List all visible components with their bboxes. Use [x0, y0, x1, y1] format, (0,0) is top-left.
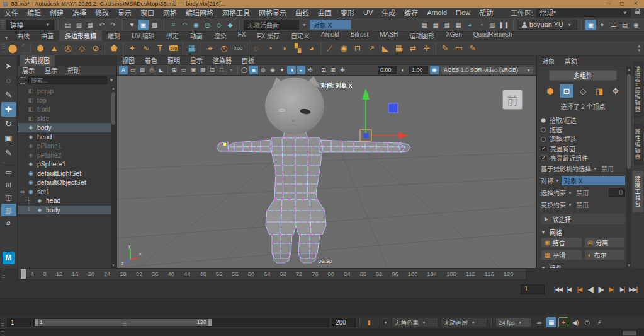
layout-two-pane[interactable]: ◫ [1, 191, 16, 204]
selected-camera-attributes-icon[interactable]: A [119, 66, 128, 74]
zero-transforms-icon[interactable]: 0.00 [232, 42, 244, 55]
view-transform-icon[interactable]: ◉ [430, 66, 439, 74]
edge-mode-button[interactable]: ◇ [576, 84, 590, 98]
outliner-item-set1[interactable]: ⊟◉set1 [18, 187, 116, 197]
shelf-tab-10[interactable]: 自定义 [285, 30, 315, 41]
command-line-toggle[interactable] [623, 331, 636, 335]
textured-mode-icon[interactable]: ◍ [259, 66, 268, 74]
expander-icon[interactable]: ⊟ [20, 188, 26, 194]
menubar-item-1[interactable]: 编辑 [23, 8, 45, 18]
close-button[interactable]: ✕ [633, 1, 638, 7]
make-live-icon[interactable]: ◆ [225, 20, 235, 30]
menubar-item-5[interactable]: 显示 [113, 8, 136, 18]
outliner-item-pSphere1[interactable]: ◈pSphere1 [18, 159, 116, 169]
layout-outliner-persp[interactable]: ▥ [1, 204, 16, 216]
shelf-tab-13[interactable]: MASH [374, 30, 404, 41]
shelf-tab-8[interactable]: FX [232, 30, 252, 41]
layout-four-pane[interactable]: ⊞ [1, 178, 16, 191]
motion-blur-icon[interactable]: ✣ [306, 66, 315, 74]
separate-icon[interactable]: ◔ [264, 42, 276, 55]
snap-to-projected-center-icon[interactable]: ◎ [202, 20, 213, 30]
manipulator-center-handle[interactable] [363, 133, 368, 138]
target-weld-icon[interactable]: ◉ [337, 42, 350, 55]
outliner-item-pPlane1[interactable]: ◈pPlane1 [18, 141, 116, 151]
safe-action-icon[interactable]: □ [217, 66, 226, 74]
auto-keyframe-icon[interactable]: ✦ [558, 317, 568, 327]
joint-xray-icon[interactable]: ✚ [338, 66, 347, 74]
step-back-key-button[interactable]: |◀ [575, 284, 584, 294]
shelf-tab-11[interactable]: Arnold [315, 30, 345, 41]
platonic-solid-icon[interactable]: ⬟ [108, 42, 120, 55]
camera-settings-icon[interactable]: ▭ [128, 66, 137, 74]
sidebar-tab-0[interactable]: 通道盒/层编辑器 [633, 61, 643, 118]
range-slider-track[interactable]: 1 120 [33, 318, 329, 327]
shadows-toggle-icon[interactable]: ◑ [287, 66, 296, 74]
crease-tool-icon[interactable]: ✎ [439, 42, 451, 55]
select-by-component-icon[interactable]: ▩ [149, 20, 160, 30]
viewport-menu-1[interactable]: 着色 [140, 55, 162, 65]
maximize-button[interactable]: ▢ [620, 1, 625, 7]
menubar-item-13[interactable]: 变形 [336, 8, 359, 18]
menubar-item-0[interactable]: 文件 [0, 8, 23, 18]
outliner-item-body[interactable]: ◈body [18, 123, 116, 132]
outliner-item-defaultLightSet[interactable]: ◉defaultLightSet [18, 169, 116, 178]
menubar-item-4[interactable]: 修改 [91, 8, 113, 18]
play-backwards-button[interactable]: ◀ [585, 284, 595, 294]
pick-mode-radio-0[interactable]: 拾取/框选 [541, 115, 625, 125]
step-forward-key-button[interactable]: ▶| [607, 284, 616, 294]
toolkit-scrollbar[interactable]: ▲▼ [626, 67, 631, 268]
render-sequence-icon[interactable]: ▦ [453, 20, 464, 30]
move-tool[interactable]: ✚ [1, 102, 16, 117]
pencil-tool[interactable]: ✎ [1, 146, 16, 160]
outliner-item-front[interactable]: ◧front [18, 105, 116, 114]
outliner-item-head[interactable]: ├◈head [18, 196, 116, 206]
exposure-field[interactable]: 0.00 [378, 66, 397, 74]
sidebar-tab-1[interactable]: 属性编辑器 [633, 124, 643, 165]
pick-mode-radio-1[interactable]: 拖选 [541, 125, 625, 134]
average-vertices-icon[interactable]: ✛ [421, 42, 433, 55]
current-frame-marker[interactable] [21, 269, 26, 279]
redo-icon[interactable]: ↷ [108, 20, 118, 30]
snap-to-grid-icon[interactable]: ⌗ [168, 20, 179, 30]
animation-preferences-icon[interactable]: ⚡ [594, 317, 604, 327]
menubar-item-17[interactable]: Arnold [422, 8, 451, 18]
menubar-item-6[interactable]: 窗口 [136, 8, 159, 18]
center-pivot-icon[interactable]: ⌖ [204, 42, 217, 55]
outliner-search-input[interactable] [28, 76, 107, 84]
shelf-grip[interactable] [2, 44, 5, 53]
shelf-tab-3[interactable]: 雕刻 [102, 30, 126, 41]
toolkit-menu-0[interactable]: 对象 [537, 56, 560, 66]
move-manipulator[interactable] [360, 88, 409, 141]
modeling-toolkit-toggle-icon[interactable]: ▣ [585, 20, 596, 30]
poly-plane-icon[interactable]: ◇ [76, 42, 88, 55]
light-editor-icon[interactable]: ▥ [487, 20, 498, 30]
outliner-tab[interactable]: 大纲视图 [20, 55, 55, 66]
animation-start-field[interactable]: 1 [7, 318, 31, 327]
isolate-select-icon[interactable]: ⊡ [319, 66, 328, 74]
type-text-icon[interactable]: T [154, 42, 166, 55]
viewport-menu-2[interactable]: 照明 [162, 55, 185, 65]
outliner-item-body[interactable]: └◈body [18, 206, 116, 215]
live-surface-field[interactable]: 无激活曲面 [244, 20, 299, 30]
combine-button[interactable]: ◉结合 [541, 237, 582, 248]
safe-title-icon[interactable]: ▫ [227, 66, 235, 74]
outliner-item-side[interactable]: ◧side [18, 114, 116, 124]
play-forward-button[interactable]: ▶ [596, 284, 606, 294]
shelf-tab-16[interactable]: QuadRemesh [468, 30, 518, 41]
viewport-menu-0[interactable]: 视图 [117, 55, 140, 65]
curve-warp-icon[interactable]: ∿ [140, 42, 152, 55]
character-controls-toggle-icon[interactable]: ✦ [597, 20, 607, 30]
outliner-item-head[interactable]: ◈head [18, 132, 116, 142]
outliner-scrollbar[interactable]: ▲ ▼ [111, 86, 116, 268]
minimize-button[interactable]: — [606, 1, 611, 7]
separate-button[interactable]: ◎分离 [584, 237, 626, 248]
bevel-icon[interactable]: ◣ [379, 42, 392, 55]
current-frame-field[interactable]: 1 [521, 284, 545, 294]
menubar-item-14[interactable]: UV [359, 8, 377, 18]
pick-mode-radio-2[interactable]: 调整/框选 [541, 134, 625, 144]
menubar-item-7[interactable]: 网格 [159, 8, 181, 18]
snap-to-point-icon[interactable]: ◉ [191, 20, 201, 30]
menubar-item-8[interactable]: 编辑网格 [181, 8, 218, 18]
symmetrize-icon[interactable]: ⇄ [407, 42, 419, 55]
soft-select-section[interactable]: ▶ 软选择 [541, 214, 625, 224]
